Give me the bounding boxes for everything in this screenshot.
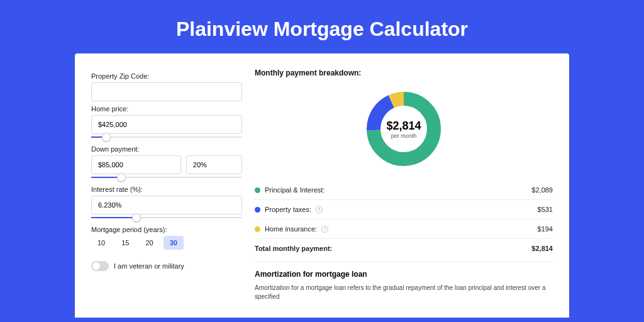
rate-input[interactable] bbox=[91, 196, 242, 214]
period-pill-10[interactable]: 10 bbox=[91, 236, 111, 250]
period-pill-30[interactable]: 30 bbox=[164, 236, 184, 250]
down-pct-input[interactable] bbox=[186, 155, 242, 174]
legend-dot bbox=[255, 226, 260, 232]
legend-dot bbox=[255, 187, 260, 193]
down-slider-thumb[interactable] bbox=[117, 173, 126, 182]
breakdown-label: Principal & Interest: bbox=[265, 186, 325, 194]
breakdown-line-1: Property taxes:?$531 bbox=[255, 199, 553, 219]
breakdown-label: Property taxes: bbox=[265, 206, 311, 213]
legend-dot bbox=[255, 207, 260, 213]
down-slider[interactable] bbox=[91, 173, 242, 182]
donut-chart: $2,814 per month bbox=[255, 82, 553, 180]
price-input[interactable] bbox=[91, 115, 242, 134]
breakdown-lines: Principal & Interest:$2,089Property taxe… bbox=[255, 180, 553, 238]
rate-slider-fill bbox=[91, 217, 136, 218]
down-amount-input[interactable] bbox=[91, 155, 181, 174]
total-label: Total monthly payment: bbox=[255, 245, 332, 252]
rate-slider-thumb[interactable] bbox=[132, 213, 141, 222]
period-pill-20[interactable]: 20 bbox=[140, 236, 160, 250]
breakdown-line-0: Principal & Interest:$2,089 bbox=[255, 180, 553, 199]
veteran-toggle[interactable] bbox=[91, 261, 109, 271]
total-row: Total monthly payment: $2,814 bbox=[255, 238, 553, 258]
label-rate: Interest rate (%): bbox=[91, 186, 242, 193]
calculator-card: Property Zip Code: Home price: Down paym… bbox=[75, 53, 569, 318]
period-pill-15[interactable]: 15 bbox=[115, 236, 135, 250]
info-icon[interactable]: ? bbox=[321, 226, 328, 233]
amortization-section: Amortization for mortgage loan Amortizat… bbox=[255, 262, 553, 301]
amort-body: Amortization for a mortgage loan refers … bbox=[255, 284, 553, 301]
breakdown-label: Home insurance: bbox=[265, 225, 317, 233]
breakdown-value: $531 bbox=[538, 206, 553, 213]
breakdown-value: $194 bbox=[538, 225, 553, 233]
breakdown-title: Monthly payment breakdown: bbox=[255, 69, 553, 77]
label-period: Mortgage period (years): bbox=[91, 226, 242, 233]
amort-title: Amortization for mortgage loan bbox=[255, 270, 553, 279]
breakdown-value: $2,089 bbox=[531, 186, 553, 194]
breakdown-line-2: Home insurance:?$194 bbox=[255, 219, 553, 238]
breakdown-panel: Monthly payment breakdown: $2,814 per mo… bbox=[255, 69, 553, 318]
form-panel: Property Zip Code: Home price: Down paym… bbox=[91, 69, 242, 318]
page-title: Plainview Mortgage Calculator bbox=[0, 0, 644, 53]
rate-slider[interactable] bbox=[91, 213, 242, 222]
total-value: $2,814 bbox=[531, 245, 553, 252]
label-zip: Property Zip Code: bbox=[91, 72, 242, 80]
info-icon[interactable]: ? bbox=[316, 206, 323, 213]
price-slider[interactable] bbox=[91, 133, 242, 142]
donut-total: $2,814 bbox=[386, 119, 421, 133]
period-pills: 10152030 bbox=[91, 236, 242, 250]
zip-input[interactable] bbox=[91, 82, 242, 101]
price-slider-thumb[interactable] bbox=[102, 133, 111, 142]
veteran-label: I am veteran or military bbox=[114, 262, 184, 270]
donut-sub: per month bbox=[391, 133, 417, 139]
label-price: Home price: bbox=[91, 105, 242, 113]
label-down: Down payment: bbox=[91, 145, 242, 153]
